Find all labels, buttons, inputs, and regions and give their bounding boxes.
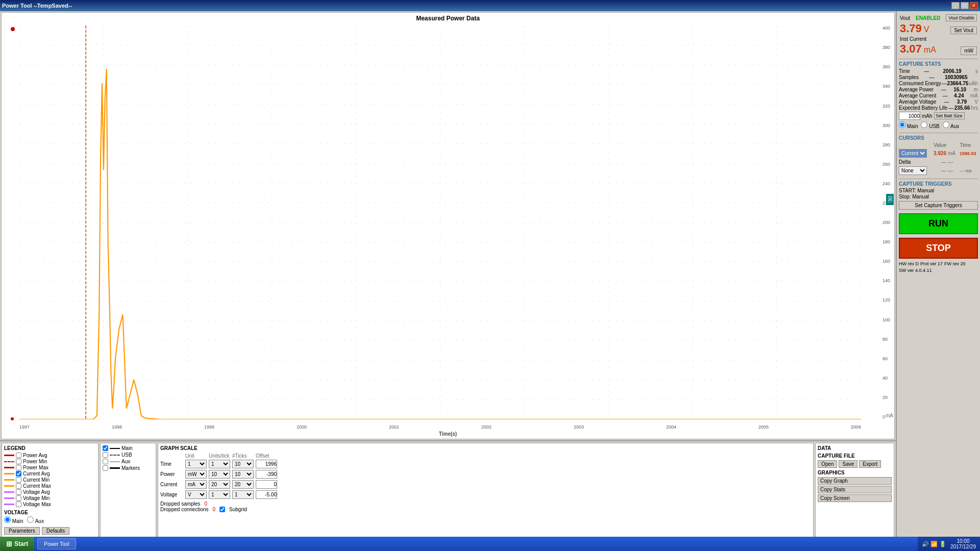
legend-item-current-max: Current Max — [4, 483, 96, 489]
start-button[interactable]: ⊞ Start — [0, 537, 34, 551]
scale-power-offset[interactable] — [256, 470, 277, 479]
legend-item-power-max: Power Max — [4, 465, 96, 470]
stat-samples-label: Samples — [899, 74, 919, 80]
mw-button[interactable]: mW — [961, 46, 977, 55]
vout-disable-button[interactable]: Vout Disable — [946, 14, 977, 21]
scale-power-label: Power — [160, 471, 183, 477]
scale-time-unit[interactable]: 1 — [185, 460, 207, 468]
start-label: Start — [14, 540, 28, 547]
copy-graph-button[interactable]: Copy Graph — [818, 477, 892, 485]
scale-row-time: Time 1 1 10 — [160, 460, 811, 468]
save-button[interactable]: Save — [839, 460, 857, 468]
defaults-button[interactable]: Defaults — [42, 527, 70, 535]
source-aux-label[interactable]: Aux — [943, 121, 959, 129]
cursor2-type-select[interactable]: None — [899, 166, 927, 175]
usb-line-check[interactable] — [103, 452, 108, 458]
scale-row-power: Power mW 10 10 — [160, 470, 811, 479]
legend-check-power-min[interactable] — [16, 459, 21, 464]
legend-check-power-max[interactable] — [16, 465, 21, 470]
voltage-main-label[interactable]: Main — [4, 516, 23, 524]
source-main-label[interactable]: Main — [899, 121, 918, 129]
stat-batt-life-unit: hrs — [971, 105, 978, 111]
scale-voltage-ticks[interactable]: 1 — [232, 490, 254, 499]
markers-line-label: Markers — [121, 465, 140, 471]
source-usb-label[interactable]: USB — [921, 121, 939, 129]
cursor2-value: --- — [928, 168, 946, 173]
usb-line-color — [110, 455, 120, 456]
aux-line-check[interactable] — [103, 459, 108, 464]
voltage-aux-radio[interactable] — [27, 516, 34, 523]
scale-time-ticks[interactable]: 10 — [232, 460, 254, 468]
set-capture-triggers-button[interactable]: Set Capture Triggers — [899, 201, 978, 210]
legend-check-current-avg[interactable] — [16, 471, 21, 477]
taskbar: ⊞ Start Power Tool 🔊 📶 🔋 10:00 2017/12/2… — [0, 537, 980, 551]
stat-batt-life-label: Expected Battery Life — [899, 105, 947, 111]
minimize-button[interactable]: _ — [951, 2, 960, 9]
battery-unit-label: mAh — [922, 113, 933, 119]
subgrid-checkbox[interactable] — [219, 507, 225, 512]
scale-current-unit[interactable]: mA — [185, 480, 207, 489]
inst-unit: mA — [924, 45, 936, 55]
voltage-main-radio[interactable] — [4, 516, 11, 523]
source-aux-radio[interactable] — [943, 121, 949, 128]
legend-color-current-max — [4, 485, 14, 487]
scale-power-ticks[interactable]: 10 — [232, 470, 254, 479]
stat-time-unit: s — [975, 68, 978, 74]
prot-ver-label: Prot ver 17 — [920, 261, 943, 266]
taskbar-app-items: Power Tool — [36, 537, 77, 550]
source-main-radio[interactable] — [899, 121, 905, 128]
run-button[interactable]: RUN — [899, 213, 978, 234]
stat-avg-power-value: 16.10 — [953, 87, 966, 92]
scale-time-offset[interactable] — [256, 460, 277, 468]
scale-power-unit[interactable]: mW — [185, 470, 207, 479]
legend-check-voltage-avg[interactable] — [16, 489, 21, 495]
legend-check-current-max[interactable] — [16, 483, 21, 489]
battery-input[interactable] — [899, 112, 920, 120]
scale-time-units-tick[interactable]: 1 — [209, 460, 230, 468]
stat-batt-life: Expected Battery Life — 235.66 hrs — [899, 105, 978, 111]
set-batt-button[interactable]: Set Batt Size — [934, 112, 965, 119]
export-button[interactable]: Export — [859, 460, 881, 468]
x-axis-label: Time(s) — [439, 431, 457, 437]
voltage-aux-label[interactable]: Aux — [27, 516, 43, 524]
maximize-button[interactable]: □ — [961, 2, 969, 9]
subgrid-label: Subgrid — [229, 507, 247, 512]
scale-power-units-tick[interactable]: 10 — [209, 470, 230, 479]
legend-check-current-min[interactable] — [16, 477, 21, 483]
main-line-check[interactable] — [103, 445, 108, 451]
scale-voltage-unit[interactable]: V — [185, 490, 207, 499]
source-usb-radio[interactable] — [921, 121, 927, 128]
legend-item-power-min: Power Min — [4, 459, 96, 464]
legend-check-power-avg[interactable] — [16, 453, 21, 458]
stat-batt-life-sep: — — [948, 105, 953, 111]
scale-voltage-offset[interactable] — [256, 490, 277, 499]
usb-line-item: USB — [103, 452, 154, 458]
legend-check-voltage-min[interactable] — [16, 495, 21, 501]
cursors-title: CURSORS — [899, 135, 978, 141]
delta-unit: --- — [948, 159, 958, 165]
stop-button[interactable]: STOP — [899, 238, 978, 259]
copy-screen-button[interactable]: Copy Screen — [818, 494, 892, 502]
stat-time-sep: — — [924, 68, 929, 74]
scale-current-offset[interactable] — [256, 480, 277, 489]
scale-current-units-tick[interactable]: 20 — [209, 480, 230, 489]
taskbar-item-power-tool[interactable]: Power Tool — [37, 538, 76, 549]
scale-voltage-units-tick[interactable]: 1 — [209, 490, 230, 499]
markers-line-check[interactable] — [103, 465, 108, 471]
set-vout-button[interactable]: Set Vout — [950, 27, 977, 34]
cursor1-type-select[interactable]: Current — [899, 149, 927, 158]
open-button[interactable]: Open — [818, 460, 837, 468]
parameters-button[interactable]: Parameters — [4, 527, 40, 535]
start-trigger: START: Manual — [899, 188, 978, 193]
copy-stats-button[interactable]: Copy Stats — [818, 486, 892, 493]
scale-current-ticks[interactable]: 20 — [232, 480, 254, 489]
data-title: DATA — [818, 445, 892, 451]
legend-check-voltage-max[interactable] — [16, 502, 21, 507]
legend-color-power-max — [4, 467, 14, 468]
battery-row: mAh Set Batt Size — [899, 112, 978, 120]
close-button[interactable]: ✕ — [970, 2, 978, 9]
dropped-samples-value: 0 — [204, 501, 207, 507]
clock[interactable]: 10:00 2017/12/29 — [950, 538, 976, 549]
voltage-label: VOLTAGE — [4, 510, 96, 515]
cursor2-row: None --- --- --- ms — [899, 166, 978, 175]
